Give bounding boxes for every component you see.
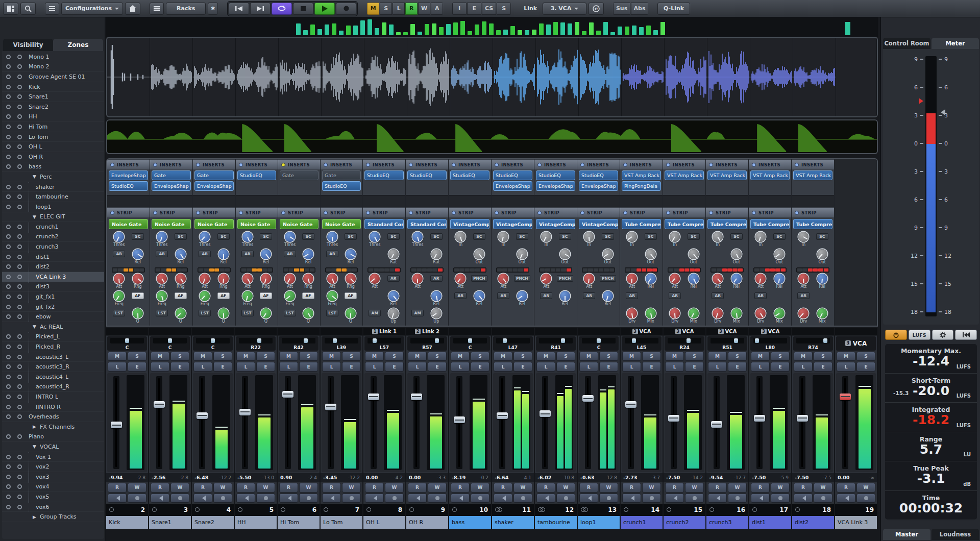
rng-knob[interactable] [218, 274, 229, 284]
right-zone-toggle[interactable] [17, 505, 22, 509]
rel-knob[interactable] [646, 274, 656, 284]
read-automation-button[interactable]: R [408, 483, 427, 493]
rel-knob[interactable] [560, 291, 570, 301]
folder-closed-icon[interactable]: ▶ [33, 514, 40, 520]
pan-track[interactable] [496, 338, 530, 343]
mute-button[interactable]: M [494, 352, 512, 361]
fader-track[interactable] [328, 376, 334, 469]
right-zone-toggle[interactable] [17, 155, 22, 159]
rat-knob[interactable] [431, 249, 442, 259]
write-automation-button[interactable]: W [856, 483, 875, 493]
left-zone-toggle[interactable] [6, 395, 11, 399]
thres-knob[interactable] [285, 232, 295, 242]
right-zone-toggle[interactable] [17, 64, 22, 69]
drv-knob[interactable] [670, 308, 680, 318]
right-zone-toggle[interactable] [17, 345, 22, 349]
strip-plugin-button[interactable]: Noise Gate [322, 219, 361, 229]
fader-track[interactable] [413, 376, 420, 469]
rng-knob[interactable] [133, 274, 143, 284]
att-knob[interactable] [114, 274, 124, 284]
att-knob[interactable] [713, 274, 723, 284]
go-to-next-marker-button[interactable] [250, 3, 271, 15]
insert-slot[interactable]: StudioEQ [237, 170, 276, 180]
rng-knob[interactable] [346, 274, 356, 284]
inserts-state-led[interactable] [709, 163, 713, 167]
rel-knob[interactable] [176, 249, 186, 259]
write-automation-button[interactable]: W [256, 483, 275, 493]
strip-state-led[interactable] [110, 211, 114, 215]
right-zone-toggle[interactable] [17, 234, 22, 239]
read-automation-button[interactable]: R [236, 483, 255, 493]
fader-cap[interactable] [840, 394, 851, 400]
sidebar-item-acoustic3-l[interactable]: acoustic3_L [2, 352, 104, 362]
strip-state-led[interactable] [752, 211, 756, 215]
write-automation-button[interactable]: W [771, 483, 790, 493]
pan-handle[interactable] [168, 338, 172, 343]
left-zone-toggle[interactable] [6, 144, 11, 149]
insert-slot[interactable]: EnvelopeShap [493, 181, 532, 191]
pan-track[interactable] [453, 338, 487, 343]
sidebar-item-picked-r[interactable]: Picked_R [2, 342, 104, 352]
write-automation-button[interactable]: W [299, 483, 318, 493]
pan-control[interactable]: C [579, 336, 619, 351]
left-zone-toggle[interactable] [6, 384, 11, 389]
sc-button[interactable]: SC [816, 233, 828, 240]
fader-cap[interactable] [411, 394, 422, 400]
mute-button[interactable]: M [322, 352, 341, 361]
mute-button[interactable]: M [751, 352, 770, 361]
edit-button[interactable]: E [513, 362, 532, 372]
mute-button[interactable]: M [365, 352, 384, 361]
thres-knob[interactable] [157, 232, 167, 242]
sc-button[interactable]: SC [773, 233, 786, 240]
edit-button[interactable]: E [814, 362, 832, 372]
q-knob[interactable] [303, 308, 313, 318]
sidebar-item-intro-l[interactable]: INTRO L [2, 392, 104, 402]
sc-button[interactable]: SC [217, 233, 230, 240]
right-zone-toggle[interactable] [17, 264, 22, 269]
sc-button[interactable]: SC [260, 233, 272, 240]
write-automation-button[interactable]: W [642, 483, 661, 493]
write-automation-button[interactable]: W [685, 483, 704, 493]
inserts-state-led[interactable] [324, 163, 328, 167]
rng-knob[interactable] [261, 274, 271, 284]
right-zone-toggle[interactable] [17, 455, 22, 459]
pan-control[interactable]: L39 [322, 336, 361, 351]
right-zone-toggle[interactable] [17, 395, 22, 399]
att-knob[interactable] [157, 274, 167, 284]
mix-knob[interactable] [731, 308, 742, 318]
insert-slot[interactable]: StudioEQ [322, 181, 361, 191]
mute-button[interactable]: M [193, 352, 212, 361]
record-enable-button[interactable] [385, 494, 404, 503]
att-knob[interactable] [584, 274, 594, 284]
ar-button[interactable]: AR [669, 292, 681, 299]
af-button[interactable]: AF [302, 292, 314, 299]
right-zone-toggle[interactable] [17, 185, 22, 189]
sidebar-item-acoustic3-r[interactable]: acoustic3_R [2, 362, 104, 372]
insert-slot[interactable]: Gate [194, 170, 234, 180]
ar-button[interactable]: AR [754, 292, 767, 299]
inserts-state-led[interactable] [153, 163, 157, 167]
sus-button[interactable]: Sus [613, 3, 630, 15]
mute-button[interactable]: M [622, 352, 641, 361]
insert-slot[interactable]: StudioEQ [579, 170, 618, 180]
right-zone-toggle[interactable] [17, 294, 22, 299]
fader-cap[interactable] [540, 410, 551, 417]
lufs-button[interactable]: LUFS [909, 330, 930, 340]
thres-knob[interactable] [370, 232, 380, 242]
freq-knob[interactable] [157, 291, 167, 301]
pan-track[interactable] [539, 338, 573, 343]
listen-button[interactable]: L [408, 362, 427, 372]
qlink-button[interactable]: Q-Link [657, 3, 690, 15]
sidebar-folder-group-tracks[interactable]: ▶Group Tracks [2, 512, 104, 522]
left-zone-toggle[interactable] [6, 405, 11, 409]
ar-button[interactable]: AR [712, 292, 724, 299]
pan-control[interactable]: L57 [364, 336, 404, 351]
link-group-dropdown[interactable]: 3. VCA [543, 3, 586, 15]
edit-button[interactable]: E [385, 362, 404, 372]
read-automation-button[interactable]: R [322, 483, 341, 493]
read-automation-button[interactable]: R [622, 483, 641, 493]
up-knob[interactable] [431, 308, 442, 318]
mute-button[interactable]: M [708, 352, 727, 361]
left-zone-toggle[interactable] [6, 225, 11, 229]
pan-handle[interactable] [687, 338, 691, 343]
